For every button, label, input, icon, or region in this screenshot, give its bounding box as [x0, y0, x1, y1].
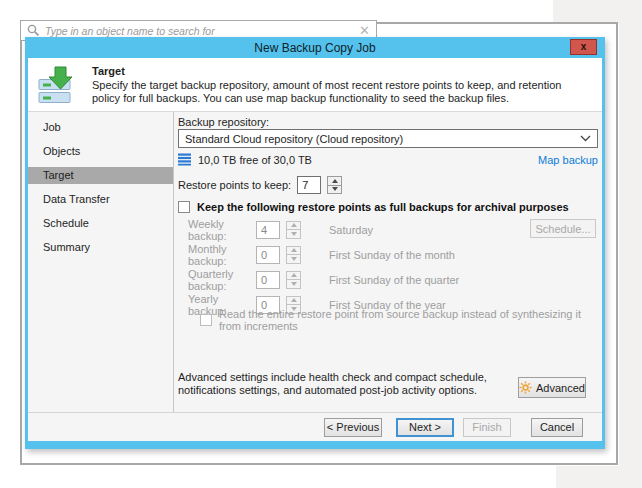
sidebar-item-objects[interactable]: Objects [28, 143, 173, 160]
advanced-settings-text: Advanced settings include health check a… [178, 371, 526, 397]
read-entire-checkbox-row: Read the entire restore point from sourc… [200, 308, 598, 332]
cancel-button[interactable]: Cancel [531, 418, 583, 437]
monthly-backup-row: Monthly backup: 0 First Sunday of the mo… [178, 245, 598, 264]
triangle-down-icon [291, 257, 297, 261]
new-backup-copy-job-dialog: New Backup Copy Job x Target Specify the… [25, 37, 605, 449]
clear-search-icon[interactable]: ✕ [359, 24, 370, 37]
previous-button[interactable]: < Previous [324, 418, 382, 437]
search-icon [27, 24, 40, 37]
archival-checkbox-label: Keep the following restore points as ful… [197, 201, 569, 213]
stepper-down-button[interactable] [286, 255, 301, 264]
stepper-up-button[interactable] [286, 296, 301, 306]
next-button[interactable]: Next > [396, 418, 454, 437]
triangle-down-icon [332, 187, 338, 191]
triangle-up-icon [291, 223, 297, 227]
quarterly-backup-value[interactable]: 0 [256, 271, 280, 289]
step-header-text: Target Specify the target backup reposit… [92, 65, 590, 105]
restore-points-row: Restore points to keep: 7 [178, 176, 342, 194]
stepper-up-button[interactable] [286, 246, 301, 256]
repository-capacity-row: 10,0 TB free of 30,0 TB Map backup [178, 153, 598, 166]
archival-checkbox[interactable] [178, 201, 190, 213]
weekly-backup-schedule-text: Saturday [329, 224, 373, 236]
repository-icon [178, 153, 191, 166]
quarterly-backup-row: Quarterly backup: 0 First Sunday of the … [178, 270, 598, 289]
archival-checkbox-row: Keep the following restore points as ful… [178, 201, 569, 213]
read-entire-label: Read the entire restore point from sourc… [219, 308, 598, 332]
step-title: Target [92, 65, 590, 77]
sidebar-item-summary[interactable]: Summary [28, 239, 173, 256]
monthly-backup-schedule-text: First Sunday of the month [329, 249, 455, 261]
page-background-patch [556, 466, 642, 488]
close-button[interactable]: x [570, 39, 597, 55]
stepper-down-button[interactable] [327, 186, 342, 195]
page-background-patch [619, 0, 642, 488]
sidebar-item-data-transfer[interactable]: Data Transfer [28, 191, 173, 208]
backup-repository-label: Backup repository: [178, 116, 269, 128]
quarterly-backup-schedule-text: First Sunday of the quarter [329, 274, 459, 286]
restore-points-value[interactable]: 7 [297, 176, 321, 194]
stepper-up-button[interactable] [286, 271, 301, 281]
gear-icon [519, 381, 532, 394]
weekly-backup-value[interactable]: 4 [256, 221, 280, 239]
read-entire-checkbox[interactable] [200, 314, 212, 326]
backup-copy-target-icon [38, 65, 80, 107]
schedule-button[interactable]: Schedule... [530, 219, 596, 238]
triangle-up-icon [291, 248, 297, 252]
wizard-footer: < Previous Next > Finish Cancel [28, 412, 602, 441]
stepper-down-button[interactable] [286, 280, 301, 289]
triangle-up-icon [291, 273, 297, 277]
sidebar-item-schedule[interactable]: Schedule [28, 215, 173, 232]
wizard-step-header: Target Specify the target backup reposit… [28, 58, 602, 112]
step-description: Specify the target backup repository, am… [92, 79, 590, 105]
map-backup-link[interactable]: Map backup [538, 154, 598, 166]
chevron-down-icon [580, 135, 591, 142]
weekly-backup-label: Weekly backup: [178, 218, 256, 242]
weekly-backup-row: Weekly backup: 4 Saturday Schedule... [178, 220, 598, 239]
wizard-steps-sidebar: Job Objects Target Data Transfer Schedul… [28, 112, 174, 412]
quarterly-backup-label: Quarterly backup: [178, 268, 256, 292]
triangle-up-icon [332, 179, 338, 183]
stepper-up-button[interactable] [327, 176, 342, 186]
restore-points-stepper: 7 [297, 176, 342, 194]
monthly-backup-stepper: 0 [256, 246, 301, 264]
free-space-text: 10,0 TB free of 30,0 TB [198, 154, 531, 166]
backup-repository-selected-value: Standard Cloud repository (Cloud reposit… [185, 133, 580, 145]
dialog-title: New Backup Copy Job [254, 41, 375, 55]
quarterly-backup-stepper: 0 [256, 271, 301, 289]
backup-repository-select[interactable]: Standard Cloud repository (Cloud reposit… [178, 129, 598, 148]
finish-button[interactable]: Finish [463, 418, 511, 437]
monthly-backup-value[interactable]: 0 [256, 246, 280, 264]
dialog-titlebar[interactable]: New Backup Copy Job x [28, 37, 602, 58]
weekly-backup-stepper: 4 [256, 221, 301, 239]
advanced-button-label: Advanced [536, 382, 585, 394]
stepper-up-button[interactable] [286, 221, 301, 231]
search-input[interactable] [45, 25, 354, 37]
triangle-down-icon [291, 232, 297, 236]
sidebar-item-job[interactable]: Job [28, 119, 173, 136]
triangle-up-icon [291, 298, 297, 302]
monthly-backup-label: Monthly backup: [178, 243, 256, 267]
triangle-down-icon [291, 282, 297, 286]
restore-points-label: Restore points to keep: [178, 179, 291, 191]
stepper-down-button[interactable] [286, 230, 301, 239]
advanced-button[interactable]: Advanced [518, 377, 586, 398]
sidebar-item-target[interactable]: Target [28, 167, 173, 184]
